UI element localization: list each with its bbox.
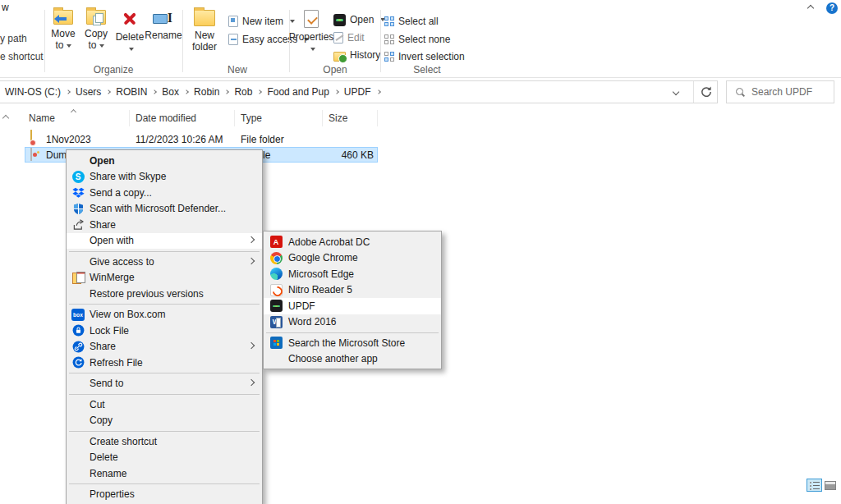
new-folder-icon xyxy=(194,10,215,26)
invert-selection-button[interactable]: Invert selection xyxy=(384,49,465,64)
menu-item-share-with-skype[interactable]: S Share with Skype xyxy=(67,169,262,186)
submenu-item-updf[interactable]: UPDF xyxy=(264,298,441,314)
menu-item-cut[interactable]: Cut xyxy=(67,396,262,413)
new-item-button[interactable]: New item xyxy=(228,14,295,29)
menu-separator xyxy=(69,431,260,432)
menu-item-view-on-box[interactable]: box View on Box.com xyxy=(67,307,262,323)
menu-item-scan-with-defender[interactable]: Scan with Microsoft Defender... xyxy=(67,201,262,218)
menu-item-refresh-file[interactable]: Refresh File xyxy=(67,355,262,371)
menu-item-send-a-copy[interactable]: Send a copy... xyxy=(67,185,262,201)
refresh-file-icon xyxy=(71,356,85,369)
select-none-button[interactable]: Select none xyxy=(384,32,450,47)
chrome-icon xyxy=(270,252,283,264)
menu-item-create-shortcut[interactable]: Create shortcut xyxy=(67,433,262,450)
select-all-icon xyxy=(384,16,394,26)
menu-item-open[interactable]: Open xyxy=(67,153,262,169)
delete-icon xyxy=(121,10,139,28)
file-name[interactable]: Dum xyxy=(46,149,67,161)
column-separator[interactable] xyxy=(377,110,378,126)
new-folder-button[interactable]: New folder xyxy=(186,10,223,53)
folder-icon xyxy=(30,132,32,145)
menu-item-open-with[interactable]: Open with xyxy=(67,233,262,250)
menu-item-box-share[interactable]: Share xyxy=(67,339,262,355)
menu-item-lock-file[interactable]: Lock File xyxy=(67,323,262,339)
help-icon[interactable]: ? xyxy=(826,2,838,14)
menu-item-share[interactable]: Share xyxy=(67,217,262,233)
edit-button[interactable]: Edit xyxy=(333,30,365,45)
move-to-button[interactable]: Move to xyxy=(48,10,79,52)
lock-icon xyxy=(71,324,85,337)
submenu-item-adobe-acrobat[interactable]: A Adobe Acrobat DC xyxy=(264,234,441,250)
breadcrumb-separator-icon[interactable] xyxy=(334,89,339,94)
rename-label: Rename xyxy=(145,30,182,41)
large-icons-view-toggle[interactable] xyxy=(825,481,836,490)
menu-item-winmerge[interactable]: WinMerge xyxy=(67,270,262,286)
history-icon xyxy=(333,52,346,62)
breadcrumb-separator-icon[interactable] xyxy=(184,89,189,94)
menu-separator xyxy=(266,332,439,333)
breadcrumb-separator-icon[interactable] xyxy=(225,89,230,94)
menu-item-restore-previous-versions[interactable]: Restore previous versions xyxy=(67,286,262,302)
sort-ascending-icon xyxy=(71,109,76,115)
rename-button[interactable]: Rename xyxy=(145,10,182,41)
breadcrumb-item[interactable]: Food and Pup xyxy=(267,86,329,98)
submenu-item-microsoft-edge[interactable]: Microsoft Edge xyxy=(264,266,441,282)
delete-button[interactable]: Delete xyxy=(113,10,146,55)
collapse-ribbon-icon[interactable] xyxy=(807,5,814,11)
breadcrumb-item[interactable]: ROBIN xyxy=(116,86,147,98)
menu-item-send-to[interactable]: Send to xyxy=(67,376,262,392)
properties-button[interactable]: Properties xyxy=(292,10,331,55)
submenu-item-search-microsoft-store[interactable]: Search the Microsoft Store xyxy=(264,335,441,351)
copy-path-button[interactable]: y path xyxy=(0,33,27,44)
column-header-name[interactable]: Name xyxy=(29,112,55,124)
column-separator[interactable] xyxy=(234,110,235,126)
submenu-item-word-2016[interactable]: W Word 2016 xyxy=(264,314,441,331)
search-input[interactable] xyxy=(751,86,825,98)
details-view-toggle[interactable] xyxy=(807,479,822,492)
submenu-item-choose-another-app[interactable]: Choose another app xyxy=(264,351,441,368)
properties-label: Properties xyxy=(289,31,334,43)
menu-item-copy[interactable]: Copy xyxy=(67,413,262,429)
menu-item-delete[interactable]: Delete xyxy=(67,450,262,466)
column-separator[interactable] xyxy=(322,110,323,126)
new-item-icon xyxy=(228,16,238,27)
open-button[interactable]: Open xyxy=(333,12,385,27)
copy-to-button[interactable]: Copy to xyxy=(80,10,112,52)
breadcrumb-item[interactable]: Robin xyxy=(194,86,219,98)
column-header-size[interactable]: Size xyxy=(329,112,347,124)
breadcrumb-separator-icon[interactable] xyxy=(153,89,158,94)
history-button[interactable]: History xyxy=(333,48,380,62)
view-tab-fragment[interactable]: w xyxy=(2,2,9,13)
context-menu: Open S Share with Skype Send a copy... S… xyxy=(66,149,263,504)
breadcrumb-item[interactable]: Users xyxy=(76,86,101,98)
breadcrumb-separator-icon[interactable] xyxy=(258,89,263,94)
group-divider xyxy=(44,10,45,72)
submenu-item-nitro-reader[interactable]: Nitro Reader 5 xyxy=(264,282,441,299)
menu-item-properties[interactable]: Properties xyxy=(67,487,262,503)
file-date-modified: 11/2/2023 10:26 AM xyxy=(136,134,223,145)
file-size: 460 KB xyxy=(324,149,374,161)
breadcrumb-item[interactable]: WIN-OS (C:) xyxy=(5,86,61,98)
search-box[interactable] xyxy=(726,80,834,103)
paste-shortcut-button[interactable]: e shortcut xyxy=(0,51,44,62)
breadcrumb-item[interactable]: Box xyxy=(162,86,179,98)
select-all-button[interactable]: Select all xyxy=(384,14,439,29)
breadcrumb-separator-icon[interactable] xyxy=(376,89,381,94)
column-separator[interactable] xyxy=(129,110,130,126)
file-name[interactable]: 1Nov2023 xyxy=(46,134,91,145)
submenu-item-google-chrome[interactable]: Google Chrome xyxy=(264,250,441,267)
word-icon: W xyxy=(270,316,283,328)
nav-pane-scroll-up-icon[interactable] xyxy=(2,115,9,121)
menu-item-give-access-to[interactable]: Give access to xyxy=(67,254,262,270)
breadcrumb-item[interactable]: Rob xyxy=(234,86,252,98)
breadcrumb-separator-icon[interactable] xyxy=(66,89,71,94)
column-header-date-modified[interactable]: Date modified xyxy=(136,112,196,124)
open-group-label: Open xyxy=(292,64,379,76)
menu-item-rename[interactable]: Rename xyxy=(67,465,262,482)
column-header-type[interactable]: Type xyxy=(241,112,262,124)
refresh-icon[interactable] xyxy=(699,85,714,99)
open-with-submenu: A Adobe Acrobat DC Google Chrome Microso… xyxy=(263,231,442,369)
breadcrumb-item[interactable]: UPDF xyxy=(344,86,371,98)
select-none-icon xyxy=(384,34,394,44)
breadcrumb-separator-icon[interactable] xyxy=(107,89,112,94)
